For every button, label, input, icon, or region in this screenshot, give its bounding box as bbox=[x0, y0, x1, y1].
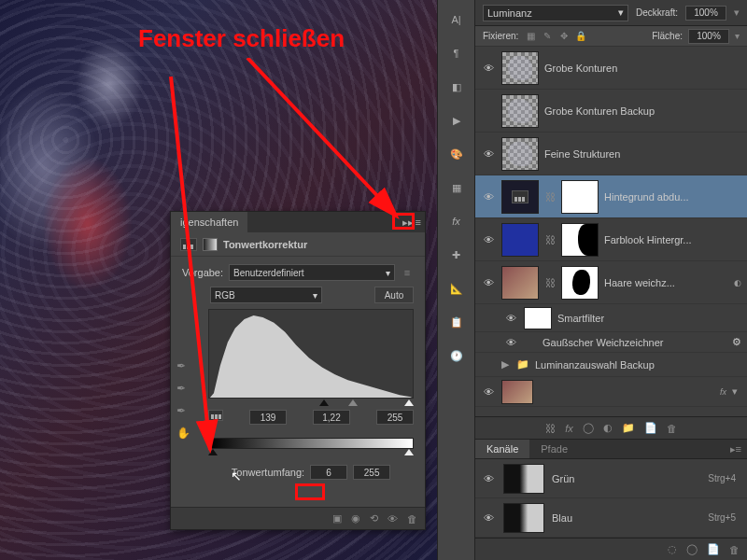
layer-name[interactable]: Feine Strukturen bbox=[544, 148, 741, 160]
link-icon[interactable]: ⛓ bbox=[544, 277, 556, 288]
black-point-slider[interactable] bbox=[319, 399, 329, 406]
input-slider-track[interactable] bbox=[208, 399, 414, 406]
filter-settings-icon[interactable]: ⚙ bbox=[732, 336, 741, 348]
new-group-icon[interactable]: 📁 bbox=[622, 422, 635, 434]
layer-name[interactable]: Grobe Konturen Backup bbox=[544, 105, 741, 117]
smartfilter-item-row[interactable]: 👁 Gaußscher Weichzeichner ⚙ bbox=[475, 332, 747, 353]
mask-thumb[interactable] bbox=[561, 223, 599, 257]
new-layer-icon[interactable]: 📄 bbox=[644, 422, 657, 434]
trash-icon[interactable]: 🗑 bbox=[407, 513, 417, 525]
lock-paint-icon[interactable]: ✎ bbox=[541, 30, 554, 43]
output-high-input[interactable] bbox=[353, 465, 390, 480]
swatches-panel-icon[interactable]: 🎨 bbox=[446, 144, 467, 164]
output-slider-track[interactable] bbox=[208, 449, 414, 455]
visibility-toggle-icon[interactable]: 👁 bbox=[481, 61, 496, 76]
visibility-toggle-icon[interactable]: 👁 bbox=[481, 275, 496, 290]
preset-menu-icon[interactable]: ≡ bbox=[401, 267, 414, 278]
visibility-toggle-icon[interactable]: 👁 bbox=[481, 471, 496, 486]
lock-position-icon[interactable]: ✥ bbox=[557, 30, 571, 43]
play-panel-icon[interactable]: ▶ bbox=[446, 110, 467, 131]
black-point-input[interactable] bbox=[249, 410, 287, 425]
smart-object-thumb[interactable] bbox=[501, 266, 539, 300]
previous-state-icon[interactable]: ◉ bbox=[351, 512, 360, 525]
new-channel-icon[interactable]: 📄 bbox=[707, 543, 720, 555]
layer-group-row[interactable]: ▶ 📁 Luminanzauswahl Backup bbox=[475, 353, 747, 377]
visibility-toggle-icon[interactable]: 👁 bbox=[503, 335, 518, 350]
fill-input[interactable]: 100% bbox=[688, 29, 729, 44]
auto-button[interactable]: Auto bbox=[374, 287, 414, 303]
visibility-toggle-icon[interactable] bbox=[481, 357, 496, 372]
panel-menu-icon[interactable]: ▸≡ bbox=[725, 443, 747, 455]
type-panel-icon[interactable]: A| bbox=[446, 9, 467, 30]
layer-thumb[interactable] bbox=[501, 137, 539, 171]
add-mask-icon[interactable]: ◯ bbox=[583, 422, 594, 434]
layer-thumb[interactable] bbox=[501, 51, 539, 85]
preset-select[interactable]: Benutzerdefiniert▾ bbox=[229, 264, 395, 281]
channel-thumb[interactable] bbox=[503, 503, 544, 533]
paragraph-panel-icon[interactable]: ¶ bbox=[446, 43, 467, 63]
visibility-toggle-icon[interactable]: 👁 bbox=[481, 385, 496, 399]
group-name[interactable]: Luminanzauswahl Backup bbox=[535, 359, 741, 371]
new-adjustment-icon[interactable]: ◐ bbox=[603, 422, 613, 434]
layer-thumb[interactable] bbox=[501, 380, 533, 404]
layer-row[interactable]: 👁 ⛓ Haare weichz... ◐ bbox=[475, 261, 747, 304]
white-point-slider[interactable] bbox=[404, 399, 414, 406]
layer-row[interactable]: Grobe Konturen Backup bbox=[475, 90, 747, 133]
lock-transparency-icon[interactable]: ▦ bbox=[524, 30, 537, 43]
mask-thumb[interactable] bbox=[561, 266, 599, 300]
layer-thumb[interactable] bbox=[501, 94, 539, 128]
visibility-toggle-icon[interactable]: 👁 bbox=[481, 189, 496, 204]
adjustment-thumb[interactable] bbox=[501, 180, 539, 214]
layer-row[interactable]: 👁 Feine Strukturen bbox=[475, 133, 747, 175]
link-layers-icon[interactable]: ⛓ bbox=[545, 423, 556, 434]
output-gradient[interactable] bbox=[208, 438, 414, 449]
layer-name[interactable]: Haare weichz... bbox=[604, 277, 728, 288]
visibility-toggle-icon[interactable]: 👁 bbox=[481, 147, 496, 161]
channel-row[interactable]: 👁 Grün Strg+4 bbox=[475, 459, 747, 498]
fx-badge[interactable]: ◐ bbox=[734, 278, 741, 287]
clone-panel-icon[interactable]: ◧ bbox=[446, 77, 467, 97]
info-panel-icon[interactable]: ✚ bbox=[446, 245, 467, 265]
link-icon[interactable]: ⛓ bbox=[544, 234, 556, 245]
channels-list[interactable]: 👁 Grün Strg+4 👁 Blau Strg+5 bbox=[475, 459, 747, 538]
layer-row[interactable]: 👁 fx ▾ bbox=[475, 377, 747, 407]
midtone-input[interactable] bbox=[313, 410, 350, 425]
channels-tab[interactable]: Kanäle bbox=[475, 440, 529, 458]
reset-icon[interactable]: ⟲ bbox=[370, 512, 378, 525]
visibility-toggle-icon[interactable]: 👁 bbox=[481, 511, 496, 525]
layers-list[interactable]: 👁 Grobe Konturen Grobe Konturen Backup 👁… bbox=[475, 47, 747, 416]
visibility-toggle-icon[interactable]: 👁 bbox=[503, 311, 518, 326]
clip-icon[interactable]: ▣ bbox=[332, 512, 342, 525]
notes-panel-icon[interactable]: 📋 bbox=[446, 312, 467, 332]
lock-all-icon[interactable]: 🔒 bbox=[574, 30, 587, 43]
layer-name[interactable]: Grobe Konturen bbox=[544, 63, 741, 74]
smartfilter-name[interactable]: Gaußscher Weichzeichner bbox=[524, 337, 726, 348]
channel-row[interactable]: 👁 Blau Strg+5 bbox=[475, 498, 747, 538]
load-selection-icon[interactable]: ◌ bbox=[668, 543, 677, 555]
history-panel-icon[interactable]: 🕐 bbox=[446, 345, 467, 366]
channel-thumb[interactable] bbox=[503, 464, 544, 494]
visibility-toggle-icon[interactable] bbox=[481, 104, 496, 119]
histogram[interactable] bbox=[208, 309, 414, 399]
output-high-slider[interactable] bbox=[404, 449, 414, 455]
output-low-input[interactable] bbox=[310, 465, 347, 480]
delete-channel-icon[interactable]: 🗑 bbox=[729, 544, 740, 555]
group-expand-icon[interactable]: ▶ bbox=[501, 358, 511, 371]
fx-expand-icon[interactable]: ▾ bbox=[732, 385, 741, 398]
visibility-toggle-icon[interactable]: 👁 bbox=[481, 232, 496, 247]
layer-row[interactable]: 👁 ⛓ Hintegrund abdu... bbox=[475, 175, 747, 218]
layer-name[interactable]: Farblook Hintergr... bbox=[604, 234, 741, 245]
layer-fx-icon[interactable]: fx bbox=[565, 423, 573, 434]
measure-panel-icon[interactable]: 📐 bbox=[446, 278, 467, 299]
smartfilter-row[interactable]: 👁 Smartfilter bbox=[475, 304, 747, 332]
delete-layer-icon[interactable]: 🗑 bbox=[667, 423, 677, 434]
blend-mode-select[interactable]: Luminanz▾ bbox=[483, 5, 628, 21]
adjustment-thumb[interactable] bbox=[501, 223, 539, 257]
paths-tab[interactable]: Pfade bbox=[529, 440, 579, 458]
opacity-input[interactable]: 100% bbox=[685, 6, 726, 21]
styles-panel-icon[interactable]: ▦ bbox=[446, 177, 467, 198]
link-icon[interactable]: ⛓ bbox=[544, 191, 556, 203]
mask-thumb[interactable] bbox=[561, 180, 599, 214]
midtone-slider[interactable] bbox=[348, 399, 358, 406]
toggle-visibility-icon[interactable]: 👁 bbox=[388, 513, 398, 525]
